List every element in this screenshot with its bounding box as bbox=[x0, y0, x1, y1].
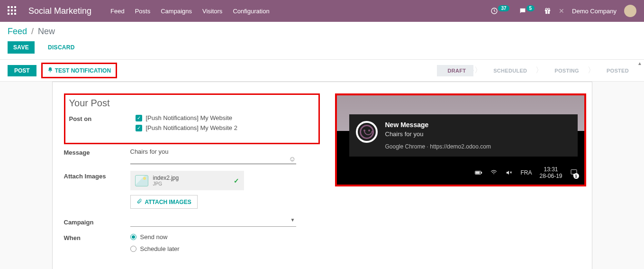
stage-sep: 〉 bbox=[535, 65, 543, 75]
discuss-icon[interactable]: 5 bbox=[519, 7, 537, 15]
control-panel: Feed / New SAVE DISCARD bbox=[0, 22, 644, 60]
form-left-column: Your Post Post on ✓ [Push Notifications]… bbox=[64, 93, 320, 257]
battery-icon bbox=[475, 170, 482, 176]
nav-posts[interactable]: Posts bbox=[135, 8, 151, 15]
dropdown-caret-icon: ▼ bbox=[290, 217, 295, 223]
when-schedule-later[interactable]: Schedule later bbox=[130, 245, 180, 252]
svg-point-13 bbox=[545, 8, 547, 10]
nav-feed[interactable]: Feed bbox=[110, 8, 125, 15]
stage-posting[interactable]: POSTING bbox=[544, 65, 587, 76]
image-file-icon bbox=[135, 175, 148, 186]
breadcrumb-sep: / bbox=[31, 27, 34, 36]
svg-rect-4 bbox=[11, 9, 13, 11]
bell-icon bbox=[47, 67, 53, 74]
os-taskbar: FRA 13:31 28-06-19 1 bbox=[337, 161, 584, 185]
stage-draft[interactable]: DRAFT bbox=[437, 65, 473, 76]
activity-badge: 37 bbox=[498, 5, 509, 11]
save-button[interactable]: SAVE bbox=[8, 41, 35, 54]
post-on-option-1[interactable]: ✓ [Push Notifications] My Website bbox=[136, 114, 315, 121]
status-stages: DRAFT 〉 SCHEDULED 〉 POSTING 〉 POSTED bbox=[437, 65, 636, 76]
radio-unselected-icon bbox=[130, 246, 136, 252]
file-name: index2.jpg bbox=[153, 175, 179, 181]
close-tray-icon[interactable]: ✕ bbox=[559, 7, 564, 15]
svg-rect-0 bbox=[8, 6, 9, 8]
paperclip-icon bbox=[136, 198, 142, 205]
message-input[interactable]: Chairs for you ☺ bbox=[130, 148, 296, 164]
stage-scheduled[interactable]: SCHEDULED bbox=[483, 65, 535, 76]
file-type: JPG bbox=[153, 181, 179, 186]
statusbar: POST TEST NOTIFICATION DRAFT 〉 SCHEDULED… bbox=[0, 60, 644, 82]
form-shell: Your Post Post on ✓ [Push Notifications]… bbox=[0, 82, 644, 269]
systray: 37 5 ✕ Demo Company bbox=[490, 5, 636, 17]
checkbox-checked-icon: ✓ bbox=[136, 115, 142, 121]
label-post-on: Post on bbox=[69, 114, 136, 122]
notification-title: New Message bbox=[385, 121, 491, 129]
nav-campaigns[interactable]: Campaigns bbox=[161, 8, 192, 15]
svg-rect-1 bbox=[11, 6, 13, 8]
svg-rect-2 bbox=[14, 6, 16, 8]
form-title: Your Post bbox=[69, 98, 315, 109]
label-message: Message bbox=[64, 148, 130, 156]
svg-rect-7 bbox=[11, 13, 13, 15]
form-right-column: New Message Chairs for you Google Chrome… bbox=[335, 93, 586, 257]
notification-source: Google Chrome · https://demo2.odoo.com bbox=[385, 143, 491, 150]
svg-rect-17 bbox=[476, 172, 480, 174]
notification-app-icon bbox=[356, 121, 378, 143]
label-campaign: Campaign bbox=[64, 219, 130, 226]
svg-rect-8 bbox=[14, 13, 16, 15]
svg-rect-12 bbox=[547, 10, 548, 14]
campaign-select[interactable]: ▼ bbox=[130, 217, 296, 227]
stage-posted[interactable]: POSTED bbox=[596, 65, 636, 76]
discuss-badge: 5 bbox=[526, 5, 535, 11]
app-brand[interactable]: Social Marketing bbox=[28, 6, 91, 16]
nav-configuration[interactable]: Configuration bbox=[233, 8, 269, 15]
post-on-highlight: Your Post Post on ✓ [Push Notifications]… bbox=[64, 93, 320, 144]
svg-rect-16 bbox=[481, 172, 482, 174]
notification-body: Chairs for you bbox=[385, 130, 491, 138]
label-attach-images: Attach Images bbox=[64, 171, 130, 180]
attached-file-card[interactable]: index2.jpg JPG ✓ bbox=[130, 171, 244, 190]
apps-icon[interactable] bbox=[8, 6, 17, 16]
breadcrumb: Feed / New bbox=[8, 27, 636, 37]
scroll-up-caret[interactable]: ▲ bbox=[637, 61, 642, 66]
stage-sep: 〉 bbox=[588, 65, 595, 75]
attach-images-button[interactable]: ATTACH IMAGES bbox=[130, 195, 198, 209]
activity-icon[interactable]: 37 bbox=[490, 7, 511, 15]
svg-rect-6 bbox=[8, 13, 9, 15]
test-notification-highlight: TEST NOTIFICATION bbox=[41, 63, 117, 78]
breadcrumb-leaf: New bbox=[38, 27, 55, 36]
upload-success-icon: ✓ bbox=[234, 177, 239, 185]
checkbox-checked-icon: ✓ bbox=[136, 125, 142, 131]
wifi-icon bbox=[490, 169, 498, 176]
form-sheet: Your Post Post on ✓ [Push Notifications]… bbox=[52, 82, 592, 269]
label-when: When bbox=[64, 233, 130, 241]
notification-card: New Message Chairs for you Google Chrome… bbox=[349, 114, 578, 157]
post-on-option-2[interactable]: ✓ [Push Notifications] My Website 2 bbox=[136, 124, 315, 131]
top-navbar: Social Marketing Feed Posts Campaigns Vi… bbox=[0, 0, 644, 22]
when-send-now[interactable]: Send now bbox=[130, 233, 180, 241]
radio-selected-icon bbox=[130, 234, 136, 240]
company-switcher[interactable]: Demo Company bbox=[572, 8, 617, 15]
stage-sep: 〉 bbox=[474, 65, 482, 75]
test-notification-button[interactable]: TEST NOTIFICATION bbox=[45, 65, 114, 76]
action-center-badge: 1 bbox=[573, 173, 579, 179]
svg-point-14 bbox=[548, 8, 550, 10]
notification-preview: New Message Chairs for you Google Chrome… bbox=[335, 93, 586, 186]
user-avatar[interactable] bbox=[624, 5, 636, 17]
post-button[interactable]: POST bbox=[8, 65, 36, 76]
taskbar-clock: 13:31 28-06-19 bbox=[539, 166, 562, 180]
svg-rect-3 bbox=[8, 9, 9, 11]
gift-icon[interactable] bbox=[544, 8, 551, 15]
emoji-picker-icon[interactable]: ☺ bbox=[289, 155, 296, 163]
svg-rect-5 bbox=[14, 9, 16, 11]
nav-menu: Feed Posts Campaigns Visitors Configurat… bbox=[110, 8, 270, 15]
action-center-icon: 1 bbox=[570, 168, 578, 177]
breadcrumb-root[interactable]: Feed bbox=[8, 27, 27, 36]
taskbar-language: FRA bbox=[520, 169, 532, 176]
nav-visitors[interactable]: Visitors bbox=[202, 8, 222, 15]
discard-button[interactable]: DISCARD bbox=[42, 41, 81, 54]
volume-muted-icon bbox=[505, 169, 513, 176]
